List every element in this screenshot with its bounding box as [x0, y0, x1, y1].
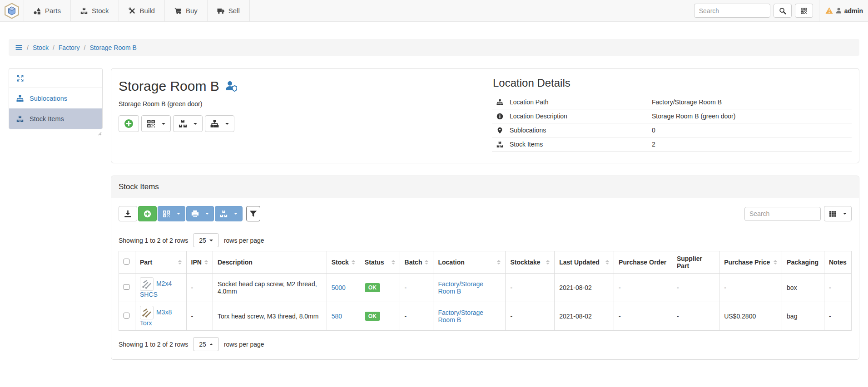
cell-description: Socket head cap screw, M2 thread, 4.0mm [213, 274, 327, 302]
sidebar-item-label: Stock Items [30, 115, 64, 122]
columns-dropdown-button[interactable] [824, 206, 852, 221]
page-size-dropdown[interactable]: 25 [193, 337, 219, 351]
cell-notes: - [824, 302, 852, 331]
breadcrumb-link-factory[interactable]: Factory [59, 44, 80, 51]
screws-thumbnail [140, 277, 154, 291]
stock-actions-button[interactable] [173, 115, 203, 132]
pagination-bottom: Showing 1 to 2 of 2 rows 25 rows per pag… [119, 337, 852, 351]
expand-arrows-icon [16, 74, 24, 82]
column-header-location[interactable]: Location [433, 251, 506, 274]
column-header-purchase-price[interactable]: Purchase Price [719, 251, 782, 274]
column-header-ipn[interactable]: IPN [186, 251, 213, 274]
user-menu[interactable]: admin [819, 0, 863, 21]
nav-item-buy[interactable]: Buy [164, 0, 207, 21]
user-shield-icon [225, 80, 237, 92]
warning-icon [825, 7, 833, 15]
column-header-stock[interactable]: Stock [327, 251, 360, 274]
table-header-row: PartIPNDescriptionStockStatusBatchLocati… [119, 251, 852, 274]
stock-options-dropdown-button[interactable] [215, 206, 243, 221]
column-header-last-updated[interactable]: Last Updated [555, 251, 614, 274]
detail-row-location-description: Location DescriptionStorage Room B (gree… [492, 109, 852, 123]
breadcrumb-link-storage-room-b[interactable]: Storage Room B [89, 44, 137, 51]
stock-quantity-link[interactable]: 580 [332, 313, 342, 320]
plus-circle-icon [124, 119, 134, 128]
nav-item-label: Parts [45, 7, 61, 15]
sort-arrows-icon [543, 260, 550, 265]
column-header-status[interactable]: Status [360, 251, 400, 274]
page-size-dropdown[interactable]: 25 [193, 233, 219, 247]
boxes-icon [80, 7, 88, 15]
breadcrumb-separator: / [84, 44, 85, 51]
page-title: Storage Room B [119, 78, 219, 94]
nav-item-label: Buy [186, 7, 198, 15]
column-header-batch[interactable]: Batch [400, 251, 433, 274]
cell-ipn: - [186, 302, 213, 331]
location-link[interactable]: Factory/Storage Room B [438, 280, 483, 295]
add-stock-item-button[interactable] [138, 206, 157, 221]
location-overview-panel: Storage Room B Storage Room B (green doo… [111, 68, 859, 163]
barcode-dropdown-button[interactable] [158, 206, 185, 221]
page: PartsStockBuildBuySell admin /Stock/Fact… [0, 0, 868, 360]
cell-notes: - [824, 274, 852, 302]
column-header-part[interactable]: Part [135, 251, 186, 274]
detail-label: Sublocations [510, 127, 652, 134]
nav-item-sell[interactable]: Sell [207, 0, 250, 21]
row-select-checkbox[interactable] [124, 313, 129, 318]
filter-button[interactable] [246, 206, 260, 221]
table-search-input[interactable] [744, 207, 821, 221]
qrcode-icon [163, 210, 170, 218]
truck-icon [217, 7, 224, 15]
row-select-checkbox[interactable] [124, 284, 129, 290]
info-icon [496, 113, 504, 120]
nav-item-stock[interactable]: Stock [70, 0, 119, 21]
status-badge: OK [365, 312, 380, 321]
barcode-scan-button[interactable] [795, 4, 813, 18]
sort-arrows-icon [202, 260, 208, 265]
search-button[interactable] [774, 4, 792, 18]
cell-location: Factory/Storage Room B [433, 274, 506, 302]
screws-thumbnail [140, 306, 154, 319]
new-location-button[interactable] [119, 115, 139, 132]
nav-item-label: Build [140, 7, 155, 15]
sidebar-item-stock-items[interactable]: Stock Items [9, 108, 102, 129]
table-row: M2x4 SHCS-Socket head cap screw, M2 thre… [119, 274, 852, 302]
cell-ipn: - [186, 274, 213, 302]
cell-stock: 580 [327, 302, 360, 331]
cell--select [119, 274, 135, 302]
cell-stocktake: - [506, 302, 555, 331]
sidebar-item-sublocations[interactable]: Sublocations [9, 88, 102, 108]
select-all-checkbox[interactable] [124, 259, 129, 265]
tools-icon [129, 7, 136, 15]
location-link[interactable]: Factory/Storage Room B [438, 309, 483, 323]
export-button[interactable] [119, 206, 137, 221]
stock-quantity-link[interactable]: 5000 [332, 284, 346, 291]
sidebar-collapse-button[interactable] [9, 69, 102, 88]
nav-item-parts[interactable]: Parts [24, 0, 70, 21]
search-icon [779, 7, 786, 15]
print-dropdown-button[interactable] [186, 206, 214, 221]
cell-status: OK [360, 274, 400, 302]
columns-grid-icon [829, 210, 837, 218]
cart-icon [174, 7, 182, 15]
cell-packaging: bag [782, 302, 824, 331]
cell-stock: 5000 [327, 274, 360, 302]
detail-value: Storage Room B (green door) [652, 113, 735, 120]
location-actions-button[interactable] [205, 115, 234, 132]
sidebar-resize-handle[interactable] [9, 129, 103, 136]
menu-toggle-icon[interactable] [15, 44, 23, 51]
cell-stocktake: - [506, 274, 555, 302]
cell-packaging: box [782, 274, 824, 302]
detail-label: Location Path [510, 98, 652, 106]
breadcrumb-link-stock[interactable]: Stock [33, 44, 49, 51]
cell-batch: - [400, 302, 433, 331]
nav-item-build[interactable]: Build [119, 0, 164, 21]
barcode-actions-button[interactable] [141, 115, 171, 132]
column-header-stocktake[interactable]: Stocktake [506, 251, 555, 274]
cell-purchase-price: US$0.2800 [719, 302, 782, 331]
detail-row-stock-items: Stock Items2 [492, 137, 852, 151]
inventree-logo[interactable] [0, 0, 24, 21]
global-search-input[interactable] [694, 4, 770, 18]
stock-items-table: PartIPNDescriptionStockStatusBatchLocati… [119, 251, 852, 331]
boxes-icon [16, 115, 24, 122]
sort-arrows-icon [349, 260, 355, 265]
